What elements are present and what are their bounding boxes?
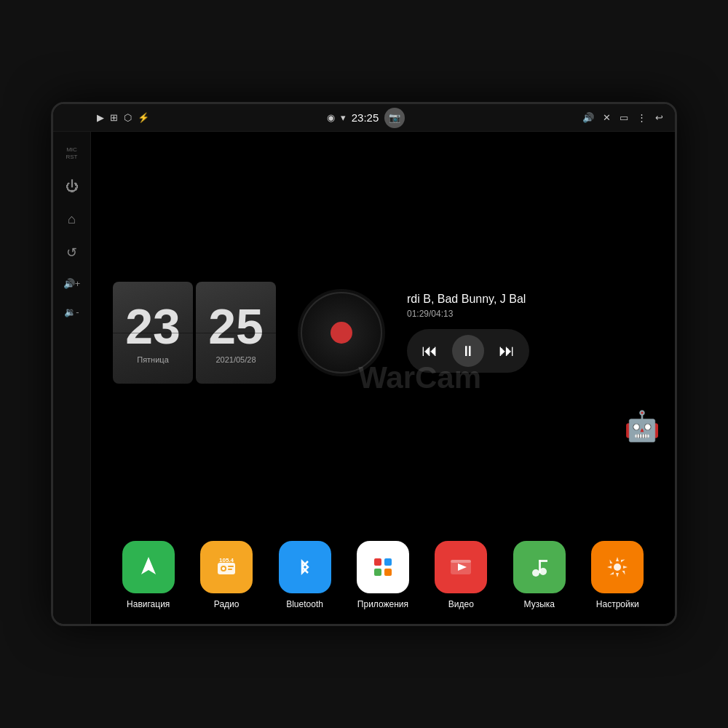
svg-rect-4 [228,569,232,570]
clock-hour: 23 [125,301,181,351]
svg-point-12 [532,569,539,577]
overflow-menu-icon[interactable]: ⋮ [637,112,646,123]
status-left: ▶ ⊞ ⬡ ⚡ [97,112,149,123]
camera-icon: 📷 [389,112,400,123]
rst-label: RST [66,154,78,161]
video-label: Видео [448,599,474,609]
left-sidebar: MIC RST ⏻ ⌂ ↺ 🔊+ 🔉- [53,132,91,624]
clock-widget: 23 Пятница 25 2021/05/28 [113,282,276,384]
mic-label: MIC [66,146,78,154]
volume-down-button[interactable]: 🔉- [64,306,79,317]
camera-button[interactable]: 📷 [384,108,405,128]
settings-label: Настройки [596,599,639,609]
main-content: WarCam 23 Пятница 25 2021/05/28 rdi B [91,132,675,624]
play-icon: ▶ [97,112,104,123]
back-button-icon[interactable]: ↩ [655,112,663,123]
apps-grid-icon [357,541,409,593]
app-settings[interactable]: Настройки [585,541,650,609]
grid-icon: ⊞ [110,112,118,123]
robot-icon[interactable]: 🤖 [624,409,660,446]
clock-date: 2021/05/28 [215,355,256,364]
clock-minute: 25 [208,301,264,351]
radio-icon: 105.4 [200,541,253,593]
svg-rect-9 [384,569,392,576]
app-music[interactable]: Музыка [507,541,572,609]
status-center: ◉ ▾ 23:25 📷 [327,108,405,128]
clock-minute-tile: 25 2021/05/28 [196,282,276,384]
vinyl-record [298,289,385,376]
clock-time: 23:25 [352,111,379,124]
apps-grid: Навигация 105.4 Радио [91,534,675,624]
svg-rect-15 [539,560,547,562]
prev-button[interactable]: ⏮ [422,341,438,360]
widget-area: 23 Пятница 25 2021/05/28 rdi B, Bad Bunn… [91,132,675,534]
video-icon [435,541,487,593]
usb-icon: ⚡ [138,112,149,123]
vinyl-center [331,322,352,344]
play-pause-button[interactable]: ⏸ [452,335,484,367]
app-video[interactable]: Видео [428,541,494,609]
app-bluetooth[interactable]: Bluetooth [272,541,338,609]
back-button[interactable]: ↺ [66,245,77,261]
mic-rst-labels: MIC RST [66,146,78,162]
music-controls: ⏮ ⏸ ⏭ [407,329,529,373]
volume-up-button[interactable]: 🔊+ [63,278,81,289]
navigation-icon [122,541,175,593]
music-time: 01:29/04:13 [407,309,653,319]
radio-label: Радио [214,599,240,609]
app-navigation[interactable]: Навигация [116,541,181,609]
wifi-icon: ▾ [341,112,346,123]
svg-rect-11 [451,560,471,563]
svg-point-16 [614,563,621,571]
window-icon[interactable]: ▭ [620,112,628,123]
status-bar: ▶ ⊞ ⬡ ⚡ ◉ ▾ 23:25 📷 🔊 ✕ ▭ ⋮ ↩ [53,104,675,132]
bluetooth-label: Bluetooth [286,599,323,609]
status-right: 🔊 ✕ ▭ ⋮ ↩ [582,112,663,123]
svg-rect-8 [374,569,381,576]
music-info: rdi B, Bad Bunny, J Bal 01:29/04:13 ⏮ ⏸ … [407,293,653,373]
close-window-icon[interactable]: ✕ [603,112,611,123]
power-button[interactable]: ⏻ [66,179,79,194]
settings-icon [591,541,644,593]
svg-point-2 [222,567,225,570]
clock-day: Пятница [137,355,169,364]
device-frame: ▶ ⊞ ⬡ ⚡ ◉ ▾ 23:25 📷 🔊 ✕ ▭ ⋮ ↩ MIC RST ⏻ … [51,102,677,626]
app-apps[interactable]: Приложения [350,541,416,609]
next-button[interactable]: ⏭ [499,341,515,360]
svg-rect-6 [374,558,381,566]
app-radio[interactable]: 105.4 Радио [194,541,259,609]
home-button[interactable]: ⌂ [68,212,76,227]
navigation-label: Навигация [127,599,170,609]
volume-icon[interactable]: 🔊 [582,112,594,123]
svg-rect-7 [384,558,392,566]
bluetooth-status-icon: ⬡ [124,112,132,123]
apps-label: Приложения [357,599,408,609]
play-pause-icon: ⏸ [461,343,475,360]
svg-rect-3 [228,566,234,567]
location-icon: ◉ [327,112,335,123]
clock-hour-tile: 23 Пятница [113,282,193,384]
music-label: Музыка [524,599,555,609]
music-title: rdi B, Bad Bunny, J Bal [407,293,653,306]
svg-text:105.4: 105.4 [219,557,234,563]
bluetooth-icon [279,541,331,593]
music-app-icon [513,541,566,593]
